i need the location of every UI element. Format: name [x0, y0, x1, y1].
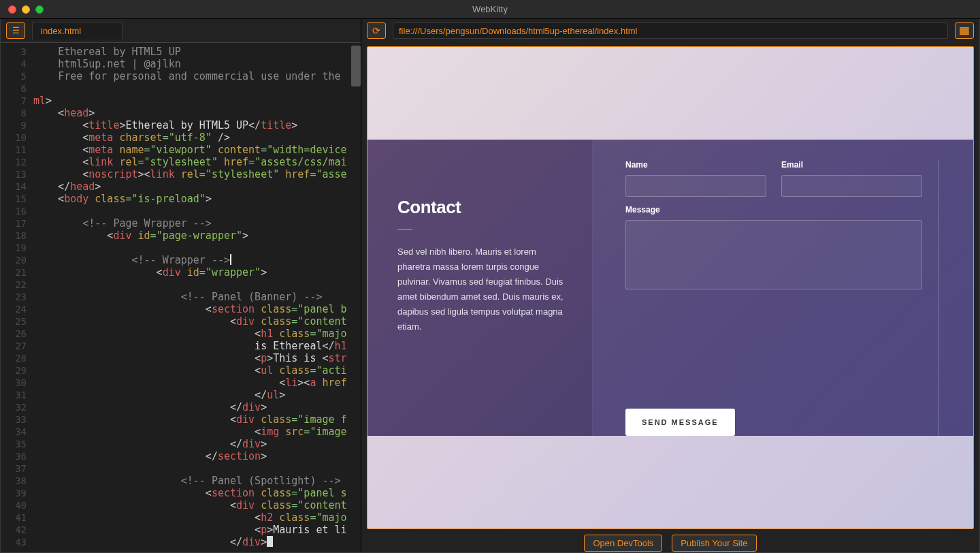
code-line[interactable]: 6	[5, 82, 361, 95]
line-number: 19	[5, 242, 33, 254]
publish-site-button[interactable]: Publish Your Site	[672, 535, 756, 552]
name-label: Name	[625, 160, 766, 170]
line-number: 18	[5, 230, 33, 242]
code-line[interactable]: 16	[5, 205, 361, 217]
code-line[interactable]: 38 <!-- Panel (Spotlight) -->	[5, 475, 361, 487]
code-line[interactable]: 9 <title>Ethereal by HTML5 UP</title>	[5, 119, 361, 131]
line-number: 11	[5, 144, 33, 156]
line-number: 25	[5, 315, 33, 328]
form-scrollbar[interactable]	[938, 160, 939, 436]
code-line[interactable]: 17 <!-- Page Wrapper -->	[5, 217, 361, 230]
code-line[interactable]: 40 <div class="content	[5, 499, 361, 511]
code-line[interactable]: 23 <!-- Panel (Banner) -->	[5, 291, 361, 303]
code-line[interactable]: 41 <h2 class="majo	[5, 511, 361, 524]
code-line[interactable]: 21 <div id="wrapper">	[5, 266, 361, 279]
reload-button[interactable]	[367, 22, 386, 39]
hamburger-icon	[12, 26, 20, 35]
line-number: 43	[5, 536, 33, 548]
email-label: Email	[781, 160, 922, 170]
email-input[interactable]	[781, 175, 922, 197]
line-number: 27	[5, 340, 33, 352]
code-line[interactable]: 15 <body class="is-preload">	[5, 193, 361, 205]
code-line[interactable]: 7ml>	[5, 95, 361, 107]
code-line[interactable]: 43 </div>	[5, 536, 361, 548]
code-line[interactable]: 10 <meta charset="utf-8" />	[5, 131, 361, 144]
editor-pane: index.html 3 Ethereal by HTML5 UP4 html5…	[1, 19, 361, 552]
line-number: 42	[5, 524, 33, 536]
line-number: 4	[5, 58, 33, 70]
code-line[interactable]: 22	[5, 279, 361, 291]
minimize-window-button[interactable]	[22, 5, 30, 14]
code-line[interactable]: 13 <noscript><link rel="stylesheet" href…	[5, 168, 361, 180]
line-number: 37	[5, 462, 33, 475]
code-line[interactable]: 14 </head>	[5, 180, 361, 193]
maximize-window-button[interactable]	[35, 5, 44, 14]
line-number: 17	[5, 217, 33, 230]
message-label: Message	[625, 205, 922, 215]
preview-viewport[interactable]: Contact Sed vel nibh libero. Mauris et l…	[367, 46, 974, 529]
line-number: 10	[5, 131, 33, 144]
line-number: 32	[5, 401, 33, 413]
line-number: 36	[5, 450, 33, 462]
window-titlebar: WebKitty	[0, 0, 980, 19]
editor-tab[interactable]: index.html	[32, 22, 122, 40]
line-number: 3	[5, 46, 33, 58]
code-line[interactable]: 30 <li><a href	[5, 377, 361, 389]
code-line[interactable]: 12 <link rel="stylesheet" href="assets/c…	[5, 156, 361, 168]
line-number: 12	[5, 156, 33, 168]
line-number: 39	[5, 487, 33, 499]
code-line[interactable]: 25 <div class="content	[5, 315, 361, 328]
code-line[interactable]: 28 <p>This is <str	[5, 352, 361, 364]
send-message-button[interactable]: SEND MESSAGE	[625, 409, 735, 436]
address-bar[interactable]: file:///Users/pengsun/Downloads/html5up-…	[393, 22, 948, 39]
code-line[interactable]: 18 <div id="page-wrapper">	[5, 230, 361, 242]
line-number: 5	[5, 70, 33, 82]
contact-description: Sed vel nibh libero. Mauris et lorem pha…	[397, 244, 566, 335]
line-number: 15	[5, 193, 33, 205]
line-number: 30	[5, 377, 33, 389]
message-textarea[interactable]	[625, 220, 922, 289]
code-line[interactable]: 36 </section>	[5, 450, 361, 462]
line-number: 23	[5, 291, 33, 303]
line-number: 26	[5, 328, 33, 340]
code-editor[interactable]: 3 Ethereal by HTML5 UP4 html5up.net | @a…	[1, 42, 361, 552]
code-line[interactable]: 32 </div>	[5, 401, 361, 413]
code-line[interactable]: 39 <section class="panel s	[5, 487, 361, 499]
code-line[interactable]: 5 Free for personal and commercial use u…	[5, 70, 361, 82]
name-input[interactable]	[625, 175, 766, 197]
code-line[interactable]: 42 <p>Mauris et li	[5, 524, 361, 536]
heading-underline	[397, 229, 412, 230]
line-number: 41	[5, 511, 33, 524]
code-line[interactable]: 34 <img src="image	[5, 426, 361, 438]
code-line[interactable]: 19	[5, 242, 361, 254]
panel-toggle-button[interactable]	[955, 22, 974, 39]
reload-icon	[372, 25, 380, 36]
code-line[interactable]: 35 </div>	[5, 438, 361, 450]
code-line[interactable]: 3 Ethereal by HTML5 UP	[5, 46, 361, 58]
code-line[interactable]: 8 <head>	[5, 107, 361, 119]
line-number: 9	[5, 119, 33, 131]
menu-button[interactable]	[6, 22, 25, 39]
line-number: 8	[5, 107, 33, 119]
editor-scrollbar[interactable]	[351, 46, 361, 86]
code-line[interactable]: 26 <h1 class="majo	[5, 328, 361, 340]
line-number: 35	[5, 438, 33, 450]
code-line[interactable]: 37	[5, 462, 361, 475]
code-line[interactable]: 33 <div class="image f	[5, 413, 361, 426]
line-number: 20	[5, 254, 33, 266]
code-line[interactable]: 31 </ul>	[5, 389, 361, 401]
code-line[interactable]: 24 <section class="panel b	[5, 303, 361, 315]
line-number: 13	[5, 168, 33, 180]
code-line[interactable]: 4 html5up.net | @ajlkn	[5, 58, 361, 70]
code-line[interactable]: 11 <meta name="viewport" content="width=…	[5, 144, 361, 156]
line-number: 14	[5, 180, 33, 193]
line-number: 16	[5, 205, 33, 217]
code-line[interactable]: 29 <ul class="acti	[5, 364, 361, 377]
close-window-button[interactable]	[8, 5, 16, 14]
line-number: 28	[5, 352, 33, 364]
code-line[interactable]: 27 is Ethereal</h1	[5, 340, 361, 352]
contact-panel: Contact Sed vel nibh libero. Mauris et l…	[368, 140, 973, 436]
preview-pane: file:///Users/pengsun/Downloads/html5up-…	[361, 19, 979, 552]
code-line[interactable]: 20 <!-- Wrapper -->	[5, 254, 361, 266]
open-devtools-button[interactable]: Open DevTools	[584, 535, 662, 552]
